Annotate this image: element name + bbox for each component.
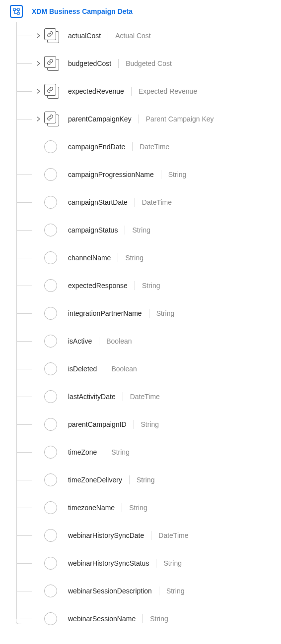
tree-node-field[interactable]: webinarHistorySyncStatusString bbox=[16, 549, 276, 577]
label-divider bbox=[125, 226, 125, 234]
tree-node-field[interactable]: webinarSessionNameString bbox=[16, 605, 276, 633]
label-divider bbox=[104, 448, 104, 457]
field-data-type: DateTime bbox=[130, 393, 160, 401]
svg-rect-0 bbox=[13, 8, 15, 10]
field-technical-name: campaignStartDate bbox=[68, 198, 128, 206]
node-labels: expectedRevenueExpected Revenue bbox=[68, 87, 197, 96]
field-circle-icon bbox=[44, 501, 57, 514]
tree-node-field[interactable]: campaignStatusString bbox=[16, 216, 276, 244]
tree-node-field[interactable]: isActiveBoolean bbox=[16, 327, 276, 355]
field-data-type: DateTime bbox=[158, 531, 188, 539]
tree-branch-line bbox=[16, 272, 36, 299]
node-labels: isActiveBoolean bbox=[68, 337, 132, 346]
field-data-type: String bbox=[141, 420, 159, 428]
node-labels: webinarHistorySyncStatusString bbox=[68, 559, 182, 568]
chevron-right-icon[interactable] bbox=[36, 61, 41, 66]
field-data-type: DateTime bbox=[142, 198, 172, 206]
chevron-right-icon[interactable] bbox=[36, 89, 41, 94]
field-circle-icon bbox=[44, 418, 57, 431]
tree-branch-line bbox=[16, 355, 36, 383]
node-labels: isDeletedBoolean bbox=[68, 364, 137, 373]
node-labels: parentCampaignKeyParent Campaign Key bbox=[68, 115, 214, 123]
node-labels: parentCampaignIDString bbox=[68, 420, 159, 429]
field-technical-name: webinarSessionDescription bbox=[68, 587, 152, 595]
label-divider bbox=[131, 87, 132, 96]
field-technical-name: timeZoneDelivery bbox=[68, 476, 122, 484]
tree-node-field[interactable]: campaignStartDateDateTime bbox=[16, 188, 276, 216]
tree-node-field[interactable]: timeZoneDeliveryString bbox=[16, 466, 276, 494]
field-circle-icon bbox=[44, 168, 57, 181]
label-divider bbox=[135, 198, 135, 207]
tree-node-field[interactable]: integrationPartnerNameString bbox=[16, 299, 276, 327]
tree-node-object[interactable]: budgetedCostBudgeted Cost bbox=[16, 50, 276, 77]
tree-node-object[interactable]: parentCampaignKeyParent Campaign Key bbox=[16, 105, 276, 133]
field-technical-name: webinarHistorySyncDate bbox=[68, 531, 144, 539]
label-divider bbox=[123, 392, 123, 401]
schema-header-row[interactable]: XDM Business Campaign Deta bbox=[10, 5, 276, 18]
chevron-right-icon[interactable] bbox=[36, 117, 41, 121]
tree-branch-line bbox=[16, 494, 36, 522]
object-link-icon bbox=[44, 84, 59, 99]
field-technical-name: parentCampaignID bbox=[68, 420, 127, 428]
field-circle-icon bbox=[44, 446, 57, 459]
field-circle-icon bbox=[44, 224, 57, 236]
tree-branch-line bbox=[16, 605, 36, 633]
tree-branch-line bbox=[16, 105, 36, 133]
field-circle-icon bbox=[44, 335, 57, 348]
field-data-type: String bbox=[111, 448, 130, 456]
node-labels: webinarSessionDescriptionString bbox=[68, 586, 184, 595]
label-divider bbox=[129, 475, 130, 484]
tree-node-field[interactable]: webinarHistorySyncDateDateTime bbox=[16, 522, 276, 549]
field-circle-icon bbox=[44, 473, 57, 486]
tree-branch-line bbox=[16, 410, 36, 438]
field-circle-icon bbox=[44, 585, 57, 597]
tree-node-field[interactable]: parentCampaignIDString bbox=[16, 410, 276, 438]
tree-node-field[interactable]: expectedResponseString bbox=[16, 272, 276, 299]
label-divider bbox=[118, 59, 119, 68]
schema-tree: XDM Business Campaign Deta actualCostAct… bbox=[0, 0, 281, 643]
node-labels: budgetedCostBudgeted Cost bbox=[68, 59, 172, 68]
field-data-type: String bbox=[150, 615, 168, 623]
node-labels: timezoneNameString bbox=[68, 503, 147, 512]
tree-node-field[interactable]: campaignEndDateDateTime bbox=[16, 133, 276, 161]
schema-icon bbox=[10, 5, 23, 18]
node-labels: campaignStartDateDateTime bbox=[68, 198, 172, 207]
tree-node-field[interactable]: timezoneNameString bbox=[16, 494, 276, 522]
field-data-type: String bbox=[132, 226, 150, 234]
field-technical-name: webinarSessionName bbox=[68, 615, 136, 623]
field-technical-name: budgetedCost bbox=[68, 59, 111, 67]
field-data-type: String bbox=[137, 476, 155, 484]
field-data-type: Boolean bbox=[106, 337, 132, 345]
tree-node-object[interactable]: expectedRevenueExpected Revenue bbox=[16, 77, 276, 105]
tree-node-field[interactable]: campaignProgressionNameString bbox=[16, 161, 276, 188]
field-circle-icon bbox=[44, 557, 57, 570]
label-divider bbox=[161, 170, 161, 179]
chevron-right-icon[interactable] bbox=[36, 33, 41, 38]
node-labels: webinarSessionNameString bbox=[68, 614, 168, 623]
tree-node-field[interactable]: isDeletedBoolean bbox=[16, 355, 276, 383]
label-divider bbox=[132, 142, 133, 151]
tree-branch-line bbox=[16, 299, 36, 327]
field-technical-name: integrationPartnerName bbox=[68, 309, 142, 317]
tree-node-field[interactable]: timeZoneString bbox=[16, 438, 276, 466]
label-divider bbox=[149, 309, 149, 318]
field-display-name: Budgeted Cost bbox=[126, 59, 172, 67]
tree-branch-line bbox=[16, 161, 36, 188]
tree-node-field[interactable]: channelNameString bbox=[16, 244, 276, 272]
tree-node-field[interactable]: lastActivityDateDateTime bbox=[16, 383, 276, 410]
field-display-name: Expected Revenue bbox=[139, 87, 197, 95]
svg-rect-2 bbox=[17, 12, 19, 14]
field-circle-icon bbox=[44, 140, 57, 153]
node-labels: actualCostActual Cost bbox=[68, 31, 151, 40]
tree-node-object[interactable]: actualCostActual Cost bbox=[16, 22, 276, 50]
tree-node-field[interactable]: webinarSessionDescriptionString bbox=[16, 577, 276, 605]
tree-branch-line bbox=[16, 327, 36, 355]
field-technical-name: expectedResponse bbox=[68, 282, 128, 290]
tree-branch-line bbox=[16, 22, 36, 50]
tree-branch-line bbox=[16, 77, 36, 105]
field-technical-name: webinarHistorySyncStatus bbox=[68, 559, 149, 567]
tree-branch-line bbox=[16, 577, 36, 605]
field-circle-icon bbox=[44, 390, 57, 403]
field-technical-name: campaignProgressionName bbox=[68, 171, 154, 178]
field-display-name: Actual Cost bbox=[115, 32, 151, 40]
